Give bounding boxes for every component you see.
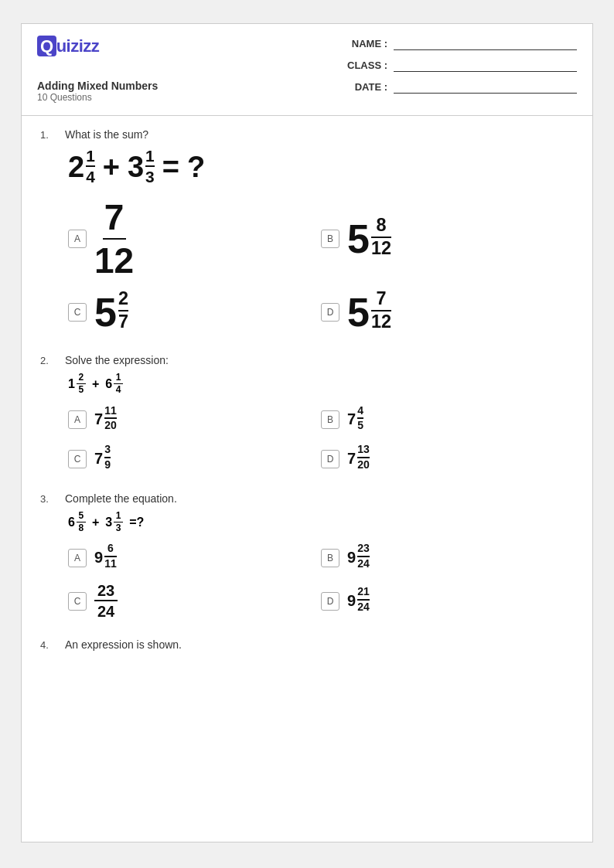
logo: Quizizz [37, 36, 345, 56]
q3-option-a: A 9 611 [68, 543, 321, 573]
q2-option-d: D 7 1320 [321, 444, 574, 474]
q3-option-b: B 9 2324 [321, 543, 574, 573]
class-field-row: CLASS : [345, 58, 577, 72]
header: Quizizz Adding Mixed Numbers 10 Question… [22, 24, 592, 116]
header-right: NAME : CLASS : DATE : [345, 36, 577, 94]
q1-prompt: What is the sum? [65, 128, 148, 141]
q2-option-a-value: 7 1120 [94, 405, 117, 435]
q1-option-d-value: 5 712 [347, 289, 391, 335]
q3-option-d-value: 9 2124 [347, 586, 370, 616]
q3-option-c: C 23 24 [68, 582, 321, 620]
q2-option-b-value: 7 45 [347, 405, 363, 435]
q3-option-b-letter: B [321, 549, 339, 567]
q1-option-d: D 5 712 [321, 289, 574, 335]
q2-eq-term1: 1 25 [68, 373, 86, 395]
q3-option-a-letter: A [68, 549, 87, 567]
question-3: 3. Complete the equation. 6 58 + 3 13 =? [40, 492, 574, 620]
q3-number: 3. [40, 493, 56, 505]
q3-options: A 9 611 B 9 2324 [68, 543, 574, 620]
q4-header: 4. An expression is shown. [40, 638, 574, 651]
q2-option-c: C 7 39 [68, 444, 321, 474]
q1-option-b-letter: B [321, 230, 339, 248]
q1-option-c-value: 5 27 [94, 289, 128, 335]
q1-option-a-value: 7 12 [94, 198, 134, 280]
worksheet-page: Quizizz Adding Mixed Numbers 10 Question… [21, 23, 593, 842]
date-line [394, 80, 577, 94]
q1-eq-question: ? [187, 151, 205, 184]
q3-eq-term2: 3 13 [105, 511, 123, 533]
q3-equation: 6 58 + 3 13 =? [68, 511, 574, 533]
q3-header: 3. Complete the equation. [40, 492, 574, 505]
q2-option-d-value: 7 1320 [347, 444, 370, 474]
q4-number: 4. [40, 639, 56, 651]
class-label: CLASS : [345, 60, 387, 71]
q2-option-b-letter: B [321, 410, 339, 429]
class-line [394, 58, 577, 72]
q1-option-b-value: 5 812 [347, 216, 391, 262]
worksheet-subtitle: 10 Questions [37, 92, 345, 103]
q1-options: A 7 12 B 5 812 [68, 198, 574, 335]
q4-prompt: An expression is shown. [65, 638, 182, 651]
question-4: 4. An expression is shown. [40, 638, 574, 651]
date-field-row: DATE : [345, 80, 577, 94]
q3-option-c-value: 23 24 [94, 582, 118, 620]
q2-option-a: A 7 1120 [68, 405, 321, 435]
q1-equation: 2 14 + 3 13 = ? [68, 147, 574, 189]
q1-option-c-letter: C [68, 303, 87, 322]
q1-option-c: C 5 27 [68, 289, 321, 335]
question-2: 2. Solve the expression: 1 25 + 6 14 [40, 354, 574, 474]
q3-prompt: Complete the equation. [65, 492, 177, 505]
q2-option-c-letter: C [68, 450, 87, 468]
header-left: Quizizz Adding Mixed Numbers 10 Question… [37, 36, 345, 103]
q2-option-a-letter: A [68, 410, 87, 429]
q2-number: 2. [40, 355, 56, 366]
q2-eq-term2: 6 14 [105, 373, 123, 395]
q1-option-d-letter: D [321, 303, 339, 322]
content: 1. What is the sum? 2 14 + 3 13 = ? [22, 116, 592, 682]
q3-eq-term1: 6 58 [68, 511, 86, 533]
logo-q: Q [37, 36, 56, 56]
logo-text: uizizz [56, 36, 100, 56]
q1-eq-term2: 3 13 [128, 147, 155, 189]
q2-option-c-value: 7 39 [94, 444, 111, 474]
q1-header: 1. What is the sum? [40, 128, 574, 141]
q2-option-d-letter: D [321, 450, 339, 468]
q1-number: 1. [40, 129, 56, 141]
q1-eq-term1: 2 14 [68, 147, 95, 189]
date-label: DATE : [345, 81, 387, 93]
name-line [394, 36, 577, 50]
q1-option-a: A 7 12 [68, 198, 321, 280]
q2-equation: 1 25 + 6 14 [68, 373, 574, 395]
question-1: 1. What is the sum? 2 14 + 3 13 = ? [40, 128, 574, 335]
q2-options: A 7 1120 B 7 45 [68, 405, 574, 475]
q2-header: 2. Solve the expression: [40, 354, 574, 366]
q2-prompt: Solve the expression: [65, 354, 169, 366]
q3-option-d-letter: D [321, 592, 339, 611]
name-field-row: NAME : [345, 36, 577, 50]
q3-option-c-letter: C [68, 592, 87, 611]
name-label: NAME : [345, 38, 387, 49]
q1-option-b: B 5 812 [321, 198, 574, 280]
worksheet-title: Adding Mixed Numbers [37, 80, 345, 92]
q3-option-d: D 9 2124 [321, 582, 574, 620]
q3-option-a-value: 9 611 [94, 543, 117, 573]
q2-option-b: B 7 45 [321, 405, 574, 435]
q3-option-b-value: 9 2324 [347, 543, 370, 573]
q1-option-a-letter: A [68, 230, 87, 248]
